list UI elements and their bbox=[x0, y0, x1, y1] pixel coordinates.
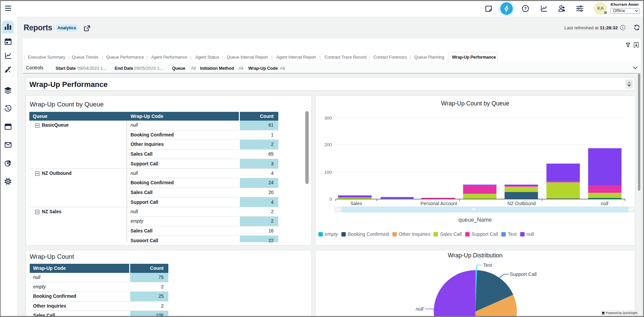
svg-text:NZ Outbound: NZ Outbound bbox=[507, 201, 536, 206]
svg-text:null: null bbox=[416, 306, 423, 312]
svg-text:300: 300 bbox=[324, 116, 332, 121]
svg-text:100: 100 bbox=[324, 170, 332, 175]
svg-text:200: 200 bbox=[324, 142, 332, 147]
svg-text:?: ? bbox=[524, 6, 527, 11]
svg-text:Support Call: Support Call bbox=[510, 272, 537, 277]
svg-text:Personal Account: Personal Account bbox=[421, 201, 457, 206]
svg-text:0: 0 bbox=[329, 197, 332, 202]
svg-text:Test: Test bbox=[483, 262, 492, 268]
svg-text:Sales: Sales bbox=[350, 201, 362, 206]
svg-text:null: null bbox=[601, 201, 609, 206]
